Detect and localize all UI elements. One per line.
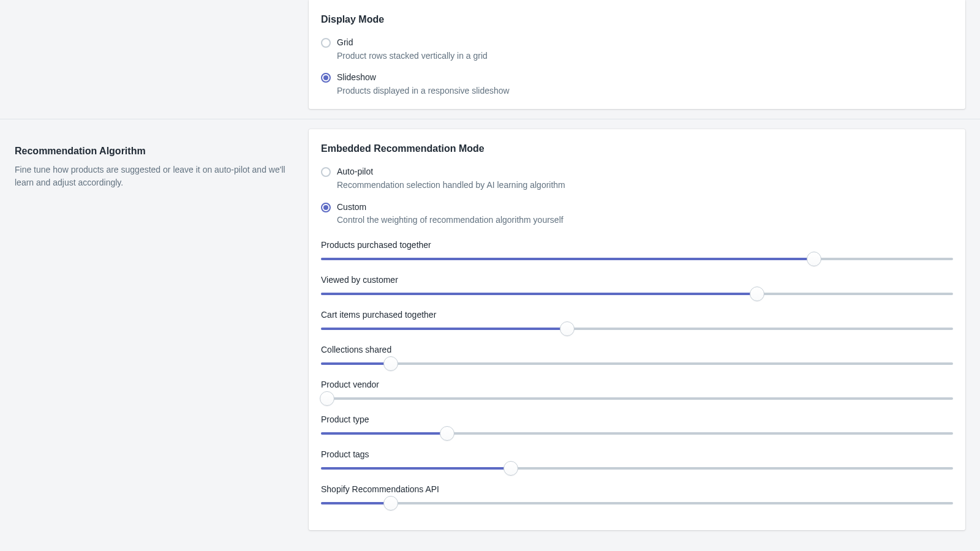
- radio-grid[interactable]: [321, 38, 331, 48]
- algorithm-section-title: Recommendation Algorithm: [15, 144, 294, 159]
- slider-label: Product type: [321, 413, 953, 426]
- slider-fill: [321, 328, 567, 330]
- slider-label: Viewed by customer: [321, 274, 953, 287]
- slider-label: Collections shared: [321, 343, 953, 356]
- slider-track[interactable]: [321, 293, 953, 295]
- radio-slideshow-desc: Products displayed in a responsive slide…: [337, 85, 510, 97]
- slider-track[interactable]: [321, 258, 953, 260]
- display-mode-option-slideshow[interactable]: Slideshow Products displayed in a respon…: [321, 72, 953, 97]
- slider-label: Product tags: [321, 448, 953, 461]
- radio-custom[interactable]: [321, 203, 331, 212]
- recommendation-mode-title: Embedded Recommendation Mode: [321, 141, 953, 156]
- slider-track[interactable]: [321, 502, 953, 504]
- slider-item: Product type: [321, 413, 953, 435]
- slider-item: Viewed by customer: [321, 274, 953, 295]
- slider-fill: [321, 258, 814, 260]
- radio-slideshow-label: Slideshow: [337, 72, 510, 84]
- recommendation-mode-card: Embedded Recommendation Mode Auto-pilot …: [309, 129, 965, 530]
- slider-thumb[interactable]: [750, 287, 764, 301]
- radio-grid-label: Grid: [337, 37, 488, 49]
- slider-thumb[interactable]: [560, 321, 575, 336]
- radio-custom-label: Custom: [337, 201, 564, 214]
- slider-item: Products purchased together: [321, 239, 953, 260]
- slider-fill: [321, 502, 391, 504]
- slider-track[interactable]: [321, 397, 953, 400]
- radio-autopilot[interactable]: [321, 167, 331, 177]
- slider-label: Product vendor: [321, 378, 953, 391]
- slider-track[interactable]: [321, 328, 953, 330]
- slider-label: Cart items purchased together: [321, 309, 953, 321]
- slider-fill: [321, 467, 511, 470]
- slider-item: Cart items purchased together: [321, 309, 953, 330]
- display-mode-option-grid[interactable]: Grid Product rows stacked vertically in …: [321, 37, 953, 62]
- slider-label: Shopify Recommendations API: [321, 483, 953, 496]
- slider-fill: [321, 432, 447, 435]
- radio-slideshow[interactable]: [321, 73, 331, 83]
- slider-thumb[interactable]: [503, 461, 518, 476]
- recommendation-mode-option-autopilot[interactable]: Auto-pilot Recommendation selection hand…: [321, 166, 953, 191]
- slider-thumb[interactable]: [383, 356, 398, 371]
- slider-track[interactable]: [321, 362, 953, 365]
- slider-fill: [321, 293, 757, 295]
- slider-item: Product vendor: [321, 378, 953, 400]
- slider-track[interactable]: [321, 467, 953, 470]
- radio-autopilot-label: Auto-pilot: [337, 166, 565, 178]
- slider-fill: [321, 362, 391, 365]
- radio-custom-desc: Control the weighting of recommendation …: [337, 214, 564, 227]
- slider-thumb[interactable]: [440, 426, 454, 441]
- radio-grid-desc: Product rows stacked vertically in a gri…: [337, 50, 488, 62]
- algorithm-section-desc: Fine tune how products are suggested or …: [15, 163, 294, 189]
- recommendation-mode-option-custom[interactable]: Custom Control the weighting of recommen…: [321, 201, 953, 227]
- slider-track[interactable]: [321, 432, 953, 435]
- slider-item: Collections shared: [321, 343, 953, 365]
- display-mode-title: Display Mode: [321, 12, 953, 27]
- slider-thumb[interactable]: [320, 391, 334, 406]
- slider-thumb[interactable]: [807, 252, 821, 266]
- slider-item: Product tags: [321, 448, 953, 470]
- sliders-container: Products purchased togetherViewed by cus…: [321, 239, 953, 504]
- radio-autopilot-desc: Recommendation selection handled by AI l…: [337, 179, 565, 192]
- slider-item: Shopify Recommendations API: [321, 483, 953, 504]
- slider-thumb[interactable]: [383, 496, 398, 511]
- section-divider: [0, 119, 980, 119]
- display-mode-card: Display Mode Grid Product rows stacked v…: [309, 0, 965, 109]
- slider-label: Products purchased together: [321, 239, 953, 252]
